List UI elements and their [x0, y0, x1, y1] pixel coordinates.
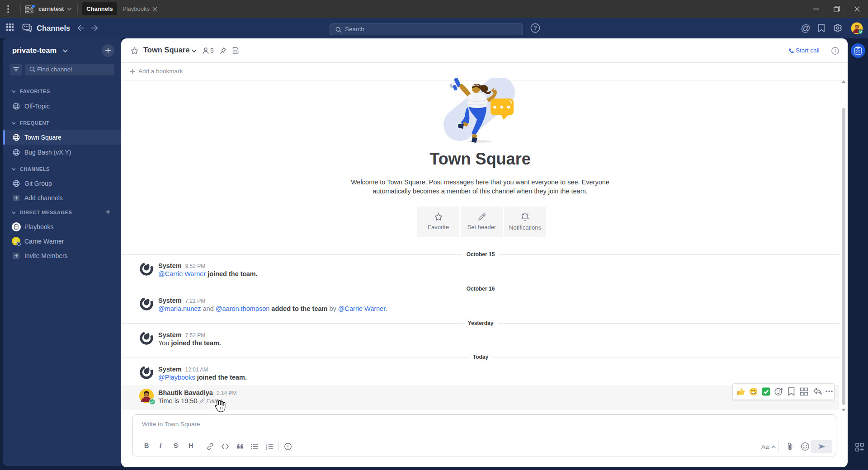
svg-text:?: ?	[533, 25, 537, 31]
svg-text:3.: 3.	[266, 447, 268, 450]
